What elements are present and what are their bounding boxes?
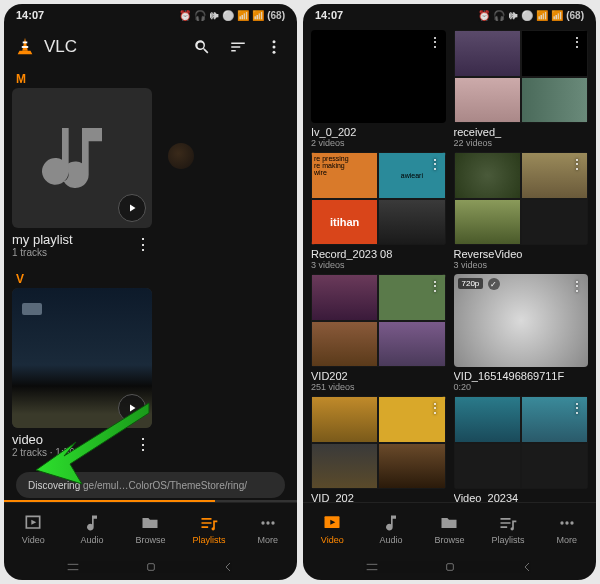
item-more-icon[interactable]: ⋮ bbox=[570, 278, 584, 294]
item-more-icon[interactable]: ⋮ bbox=[428, 34, 442, 50]
svg-rect-0 bbox=[23, 42, 28, 44]
tab-audio[interactable]: Audio bbox=[362, 503, 421, 554]
status-icons: ⏰🎧🕪⚪📶📶 (68) bbox=[179, 10, 285, 21]
overflow-icon[interactable] bbox=[265, 38, 283, 56]
app-title: VLC bbox=[44, 37, 185, 57]
tab-video[interactable]: Video bbox=[4, 503, 63, 554]
video-folder[interactable]: ⋮ ReverseVideo 3 videos bbox=[454, 152, 589, 270]
home-icon[interactable] bbox=[143, 559, 159, 575]
svg-point-12 bbox=[570, 521, 573, 524]
back-icon[interactable] bbox=[519, 559, 535, 575]
playlist-list: M my playlist 1 tracks ⋮ V bbox=[4, 68, 297, 502]
home-icon[interactable] bbox=[442, 559, 458, 575]
sort-icon[interactable] bbox=[229, 38, 247, 56]
statusbar: 14:07 ⏰🎧🕪⚪📶📶 (68) bbox=[303, 4, 596, 26]
video-folder[interactable]: re pressingre makingwire awieari itihan … bbox=[311, 152, 446, 270]
play-button[interactable] bbox=[118, 394, 146, 422]
android-nav bbox=[4, 554, 297, 580]
svg-point-5 bbox=[261, 521, 264, 524]
bottom-nav: Video Audio Browse Playlists More bbox=[4, 502, 297, 554]
tab-audio[interactable]: Audio bbox=[63, 503, 122, 554]
tab-playlists[interactable]: Playlists bbox=[479, 503, 538, 554]
svg-point-10 bbox=[560, 521, 563, 524]
screen-video: 14:07 ⏰🎧🕪⚪📶📶 (68) ⋮ Iv_0_202 2 videos ⋮ … bbox=[303, 4, 596, 580]
svg-point-6 bbox=[266, 521, 269, 524]
svg-rect-1 bbox=[22, 46, 28, 48]
discovery-snackbar: Discovering ge/emul…ColorOS/ThemeStore/r… bbox=[16, 472, 285, 498]
section-header-m: M bbox=[12, 68, 289, 88]
play-button[interactable] bbox=[118, 194, 146, 222]
playlist-thumbnail bbox=[12, 288, 152, 428]
clock: 14:07 bbox=[315, 9, 343, 21]
svg-point-7 bbox=[271, 521, 274, 524]
video-folder[interactable]: ⋮ VID_202 36 videos bbox=[311, 396, 446, 502]
svg-rect-13 bbox=[446, 564, 453, 571]
tab-playlists[interactable]: Playlists bbox=[180, 503, 239, 554]
discovery-progress bbox=[4, 500, 297, 502]
svg-point-3 bbox=[273, 46, 276, 49]
video-folder[interactable]: ⋮ Video_20234 2 videos bbox=[454, 396, 589, 502]
recent-apps-icon[interactable] bbox=[65, 559, 81, 575]
video-folder[interactable]: ⋮ received_ 22 videos bbox=[454, 30, 589, 148]
music-note-icon bbox=[42, 118, 122, 198]
item-more-icon[interactable]: ⋮ bbox=[570, 400, 584, 416]
playlist-card[interactable]: video 2 tracks · 1:59 ⋮ bbox=[12, 288, 152, 462]
statusbar: 14:07 ⏰🎧🕪⚪📶📶 (68) bbox=[4, 4, 297, 26]
app-header: VLC bbox=[4, 26, 297, 68]
recent-apps-icon[interactable] bbox=[364, 559, 380, 575]
video-folder[interactable]: ⋮ VID202 251 videos bbox=[311, 274, 446, 392]
svg-point-4 bbox=[273, 51, 276, 54]
section-header-v: V bbox=[12, 268, 289, 288]
playlist-card[interactable]: my playlist 1 tracks ⋮ bbox=[12, 88, 152, 262]
item-more-icon[interactable]: ⋮ bbox=[428, 278, 442, 294]
tab-more[interactable]: More bbox=[238, 503, 297, 554]
video-folder[interactable]: ⋮ Iv_0_202 2 videos bbox=[311, 30, 446, 148]
vlc-logo-icon bbox=[14, 36, 36, 58]
item-more-icon[interactable]: ⋮ bbox=[570, 34, 584, 50]
status-icons: ⏰🎧🕪⚪📶📶 (68) bbox=[478, 10, 584, 21]
screen-playlists: 14:07 ⏰🎧🕪⚪📶📶 (68) VLC M bbox=[4, 4, 297, 580]
seen-check-icon: ✓ bbox=[488, 278, 500, 290]
playlist-subtitle: 2 tracks · 1:59 bbox=[12, 447, 134, 458]
search-icon[interactable] bbox=[193, 38, 211, 56]
item-more-icon[interactable]: ⋮ bbox=[428, 156, 442, 172]
bottom-nav: Video Audio Browse Playlists More bbox=[303, 502, 596, 554]
clock: 14:07 bbox=[16, 9, 44, 21]
video-file[interactable]: 720p ✓ ⋮ VID_1651496869711F 0:20 bbox=[454, 274, 589, 392]
svg-rect-8 bbox=[147, 564, 154, 571]
fast-scroll-thumb[interactable] bbox=[168, 143, 194, 169]
playlist-subtitle: 1 tracks bbox=[12, 247, 134, 258]
playlist-name: my playlist bbox=[12, 232, 134, 247]
back-icon[interactable] bbox=[220, 559, 236, 575]
quality-badge: 720p bbox=[458, 278, 484, 289]
tab-more[interactable]: More bbox=[537, 503, 596, 554]
playlist-more-icon[interactable]: ⋮ bbox=[134, 440, 152, 450]
item-more-icon[interactable]: ⋮ bbox=[570, 156, 584, 172]
tab-browse[interactable]: Browse bbox=[121, 503, 180, 554]
svg-point-2 bbox=[273, 40, 276, 43]
playlist-more-icon[interactable]: ⋮ bbox=[134, 240, 152, 250]
playlist-thumbnail bbox=[12, 88, 152, 228]
svg-point-11 bbox=[565, 521, 568, 524]
item-more-icon[interactable]: ⋮ bbox=[428, 400, 442, 416]
video-grid: ⋮ Iv_0_202 2 videos ⋮ received_ 22 video… bbox=[303, 26, 596, 502]
android-nav bbox=[303, 554, 596, 580]
tab-video[interactable]: Video bbox=[303, 503, 362, 554]
playlist-name: video bbox=[12, 432, 134, 447]
tab-browse[interactable]: Browse bbox=[420, 503, 479, 554]
